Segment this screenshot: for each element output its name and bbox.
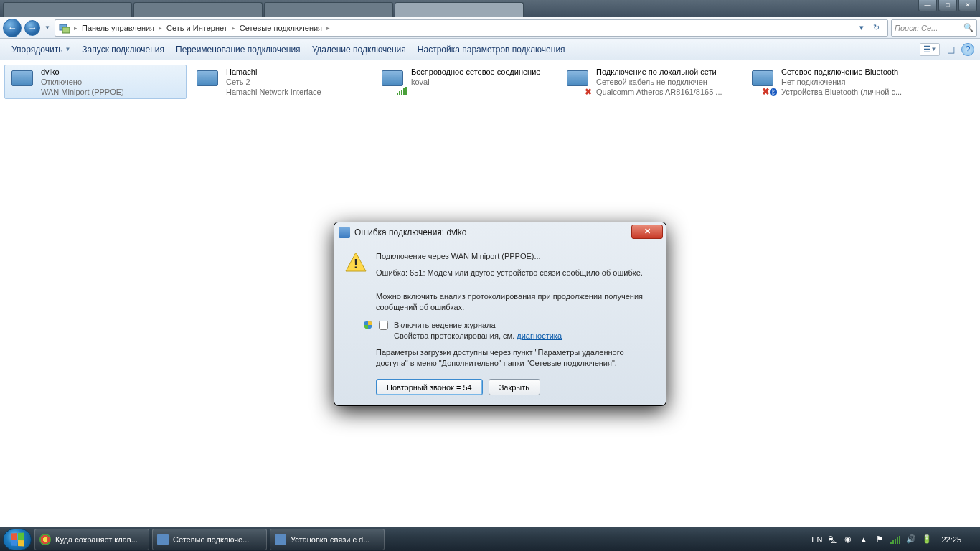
connection-item-dviko[interactable]: dviko Отключено WAN Miniport (PPPOE) bbox=[4, 65, 187, 99]
connection-name: Сетевое подключение Bluetooth bbox=[781, 67, 925, 77]
taskbar-item[interactable]: Установка связи с d... bbox=[270, 529, 385, 550]
search-icon: 🔍 bbox=[963, 23, 974, 32]
tray-icon[interactable]: ⛍ bbox=[826, 534, 838, 545]
dialog-close-action[interactable]: Закрыть bbox=[489, 379, 540, 395]
connection-device: Qualcomm Atheros AR8161/8165 ... bbox=[596, 87, 740, 97]
system-tray: EN ⛍ ◉ ▴ ⚑ 🔊 🔋 22:25 bbox=[811, 527, 977, 552]
browser-tab[interactable] bbox=[3, 2, 132, 17]
breadcrumb[interactable]: ▸ Панель управления ▸ Сеть и Интернет ▸ … bbox=[55, 19, 888, 37]
window-controls: — □ ✕ bbox=[918, 0, 977, 11]
browser-tab[interactable] bbox=[395, 2, 524, 17]
taskbar-item[interactable]: Куда сохраняет клав... bbox=[34, 529, 149, 550]
connection-status: Сетевой кабель не подключен bbox=[596, 77, 740, 87]
error-dialog: Ошибка подключения: dviko ✕ ! Подключени… bbox=[334, 222, 666, 405]
breadcrumb-separator-icon[interactable]: ▸ bbox=[325, 24, 331, 32]
connection-status: Отключено bbox=[41, 77, 184, 87]
breadcrumb-segment[interactable]: Сеть и Интернет bbox=[164, 20, 230, 36]
search-input[interactable]: Поиск: Се... 🔍 bbox=[891, 19, 977, 37]
connection-status: Нет подключения bbox=[781, 77, 925, 87]
toolbar-organize[interactable]: Упорядочить▼ bbox=[6, 39, 76, 60]
warning-icon: ! bbox=[344, 251, 367, 274]
bluetooth-x-icon: ✖ᛒ bbox=[762, 86, 777, 97]
breadcrumb-separator-icon[interactable]: ▸ bbox=[72, 24, 79, 32]
connection-status: koval bbox=[411, 77, 555, 87]
connection-device: Hamachi Network Interface bbox=[226, 87, 369, 97]
minimize-button[interactable]: — bbox=[918, 0, 937, 11]
toolbar-delete-connection[interactable]: Удаление подключения bbox=[306, 39, 412, 60]
dialog-title: Ошибка подключения: dviko bbox=[354, 227, 467, 237]
connection-device: Устройства Bluetooth (личной с... bbox=[781, 87, 925, 97]
network-connections-icon bbox=[157, 534, 169, 545]
command-toolbar: Упорядочить▼ Запуск подключения Переимен… bbox=[0, 39, 980, 60]
connection-name: Беспроводное сетевое соединение bbox=[411, 67, 555, 77]
taskbar: Куда сохраняет клав... Сетевые подключе.… bbox=[0, 527, 980, 551]
nav-back-button[interactable]: ← bbox=[3, 19, 22, 37]
breadcrumb-dropdown-icon[interactable]: ▾ bbox=[854, 23, 869, 32]
connection-icon: ✖ bbox=[562, 67, 593, 98]
tray-chevron-icon[interactable]: ▴ bbox=[858, 534, 870, 545]
connection-item-bluetooth[interactable]: ✖ᛒ Сетевое подключение Bluetooth Нет под… bbox=[745, 65, 927, 99]
breadcrumb-segment[interactable]: Панель управления bbox=[79, 20, 157, 36]
search-placeholder: Поиск: Се... bbox=[895, 24, 938, 32]
connections-content: dviko Отключено WAN Miniport (PPPOE) Ham… bbox=[0, 60, 980, 527]
toolbar-start-connection[interactable]: Запуск подключения bbox=[76, 39, 170, 60]
dialog-close-button[interactable]: ✕ bbox=[631, 225, 663, 239]
connection-device: WAN Miniport (PPPOE) bbox=[41, 87, 184, 97]
connection-name: Подключение по локальной сети bbox=[596, 67, 740, 77]
log-hint-text: Свойства протоколирования, см. bbox=[394, 331, 517, 340]
connection-name: dviko bbox=[41, 67, 184, 77]
dialog-hint: Можно включить анализ протоколирования п… bbox=[376, 291, 656, 313]
retry-button[interactable]: Повторный звонок = 54 bbox=[376, 379, 483, 395]
browser-tabs-strip: — □ ✕ bbox=[0, 0, 980, 17]
connection-item-wireless[interactable]: Беспроводное сетевое соединение koval bbox=[374, 65, 557, 99]
show-desktop-button[interactable] bbox=[969, 527, 976, 552]
connection-icon: ✖ᛒ bbox=[747, 67, 778, 98]
tray-battery-icon[interactable]: 🔋 bbox=[921, 534, 933, 545]
tray-flag-icon[interactable]: ⚑ bbox=[874, 534, 885, 545]
taskbar-clock[interactable]: 22:25 bbox=[941, 535, 961, 544]
signal-bars-icon bbox=[397, 86, 407, 97]
chrome-icon bbox=[39, 534, 51, 545]
breadcrumb-segment[interactable]: Сетевые подключения bbox=[237, 20, 325, 36]
preview-pane-button[interactable]: ◫ bbox=[944, 43, 957, 56]
browser-tab[interactable] bbox=[264, 2, 393, 17]
enable-logging-checkbox[interactable] bbox=[379, 321, 388, 330]
diagnostics-link[interactable]: диагностика bbox=[517, 331, 562, 340]
refresh-button[interactable]: ↻ bbox=[869, 23, 883, 32]
connection-icon bbox=[192, 67, 223, 98]
connection-name: Hamachi bbox=[226, 67, 369, 77]
connection-item-hamachi[interactable]: Hamachi Сеть 2 Hamachi Network Interface bbox=[189, 65, 372, 99]
taskbar-item[interactable]: Сетевые подключе... bbox=[152, 529, 267, 550]
tray-network-icon[interactable] bbox=[890, 534, 901, 545]
breadcrumb-separator-icon[interactable]: ▸ bbox=[230, 24, 237, 32]
checkbox-label: Включить ведение журнала bbox=[394, 320, 656, 331]
dialog-titlebar[interactable]: Ошибка подключения: dviko ✕ bbox=[334, 222, 666, 242]
connection-icon bbox=[6, 67, 38, 98]
disconnected-x-icon: ✖ bbox=[585, 87, 592, 97]
view-mode-button[interactable]: ☰ ▼ bbox=[920, 43, 940, 56]
nav-forward-button[interactable]: → bbox=[24, 20, 40, 36]
browser-tab[interactable] bbox=[133, 2, 263, 17]
toolbar-connection-settings[interactable]: Настройка параметров подключения bbox=[412, 39, 571, 60]
connection-icon bbox=[377, 67, 408, 98]
dialog-line-connecting: Подключение через WAN Miniport (PPPOE)..… bbox=[376, 251, 656, 262]
dialog-icon bbox=[339, 227, 350, 238]
close-button[interactable]: ✕ bbox=[958, 0, 977, 11]
chevron-down-icon: ▼ bbox=[65, 46, 70, 52]
connection-status: Сеть 2 bbox=[226, 77, 369, 87]
navigation-bar: ← → ▼ ▸ Панель управления ▸ Сеть и Интер… bbox=[0, 17, 980, 39]
language-indicator[interactable]: EN bbox=[811, 535, 822, 544]
svg-rect-1 bbox=[62, 27, 70, 33]
dialog-footer-text: Параметры загрузки доступны через пункт … bbox=[376, 347, 656, 369]
nav-history-dropdown[interactable]: ▼ bbox=[43, 22, 52, 34]
breadcrumb-separator-icon[interactable]: ▸ bbox=[157, 24, 164, 32]
start-button[interactable] bbox=[3, 529, 32, 550]
svg-text:!: ! bbox=[354, 257, 358, 271]
dialog-line-error: Ошибка: 651: Модем или другое устройство… bbox=[376, 268, 656, 278]
maximize-button[interactable]: □ bbox=[938, 0, 957, 11]
tray-icon[interactable]: ◉ bbox=[842, 534, 854, 545]
tray-volume-icon[interactable]: 🔊 bbox=[905, 534, 917, 545]
help-button[interactable]: ? bbox=[961, 43, 974, 56]
toolbar-rename-connection[interactable]: Переименование подключения bbox=[170, 39, 306, 60]
connection-item-lan[interactable]: ✖ Подключение по локальной сети Сетевой … bbox=[560, 65, 742, 99]
